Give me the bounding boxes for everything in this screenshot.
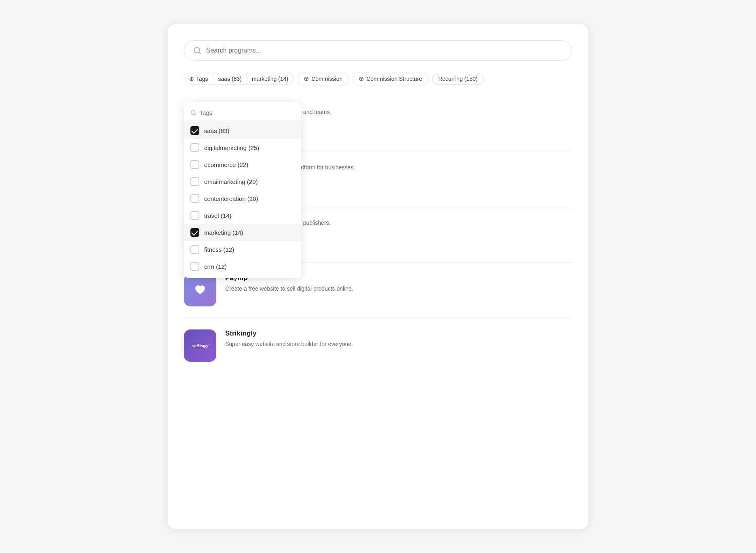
program-logo-payhip (184, 274, 216, 306)
page-container: ⊕ Tags saas (83) marketing (14) ⊕ Commis… (168, 24, 588, 529)
program-card-strikingly[interactable]: strikingly Strikingly Super easy website… (184, 318, 572, 373)
dropdown-label-crm: crm (12) (204, 263, 227, 270)
dropdown-search-input[interactable] (200, 109, 295, 116)
dropdown-label-emailmarketing: emailmarketing (20) (204, 178, 258, 185)
svg-line-3 (194, 114, 196, 115)
plus-icon: ⊕ (189, 76, 194, 82)
dropdown-item-saas[interactable]: saas (83) (184, 122, 301, 139)
dropdown-label-fitness: fitness (12) (204, 246, 234, 253)
commission-structure-plus-icon: ⊕ (359, 75, 364, 82)
commission-plus-icon: ⊕ (304, 75, 309, 82)
checkbox-digitalmarketing[interactable] (190, 143, 199, 152)
program-logo-strikingly: strikingly (184, 329, 216, 362)
dropdown-search-row (184, 105, 301, 120)
commission-structure-filter[interactable]: ⊕ Commission Structure (353, 72, 428, 85)
checkbox-saas[interactable] (190, 126, 199, 135)
commission-label: Commission (311, 76, 342, 82)
program-info-strikingly: Strikingly Super easy website and store … (225, 329, 572, 348)
dropdown-item-crm[interactable]: crm (12) (184, 258, 301, 275)
recurring-filter[interactable]: Recurring (150) (432, 73, 484, 85)
tag-marketing-label: marketing (14) (252, 76, 288, 82)
checkbox-travel[interactable] (190, 211, 199, 220)
tag-saas-label: saas (83) (218, 76, 242, 82)
payhip-heart-icon (193, 283, 207, 298)
recurring-label: Recurring (150) (438, 76, 477, 82)
strikingly-logo-text: strikingly (192, 344, 208, 348)
checkbox-emailmarketing[interactable] (190, 177, 199, 186)
program-name-strikingly: Strikingly (225, 329, 572, 338)
dropdown-label-saas: saas (83) (204, 127, 230, 134)
search-icon (193, 46, 201, 55)
checkbox-crm[interactable] (190, 262, 199, 271)
dropdown-label-digitalmarketing: digitalmarketing (25) (204, 144, 259, 151)
commission-filter[interactable]: ⊕ Commission (298, 72, 348, 85)
checkbox-contentcreation[interactable] (190, 194, 199, 203)
dropdown-item-emailmarketing[interactable]: emailmarketing (20) (184, 173, 301, 190)
checkbox-fitness[interactable] (190, 245, 199, 254)
svg-line-1 (199, 52, 201, 54)
dropdown-item-marketing[interactable]: marketing (14) (184, 224, 301, 241)
dropdown-label-marketing: marketing (14) (204, 229, 243, 236)
commission-structure-label: Commission Structure (366, 76, 422, 82)
tag-saas-chip[interactable]: saas (83) (213, 73, 247, 84)
tags-dropdown: saas (83) digitalmarketing (25) ecommerc… (184, 102, 301, 278)
program-desc-payhip: Create a free website to sell digital pr… (225, 285, 572, 293)
checkbox-marketing[interactable] (190, 228, 199, 237)
search-bar (184, 40, 572, 61)
dropdown-search-icon (190, 110, 196, 116)
dropdown-item-digitalmarketing[interactable]: digitalmarketing (25) (184, 139, 301, 156)
dropdown-item-ecommerce[interactable]: ecommerce (22) (184, 156, 301, 173)
program-desc-strikingly: Super easy website and store builder for… (225, 340, 572, 348)
tags-label: Tags (196, 76, 208, 82)
tag-marketing-chip[interactable]: marketing (14) (247, 73, 293, 84)
dropdown-label-contentcreation: contentcreation (20) (204, 195, 258, 202)
dropdown-label-travel: travel (14) (204, 212, 232, 219)
checkbox-ecommerce[interactable] (190, 160, 199, 169)
search-input[interactable] (206, 47, 563, 54)
filter-bar: ⊕ Tags saas (83) marketing (14) ⊕ Commis… (184, 72, 572, 85)
tags-add-button[interactable]: ⊕ Tags (184, 73, 213, 84)
dropdown-item-fitness[interactable]: fitness (12) (184, 241, 301, 258)
dropdown-item-travel[interactable]: travel (14) (184, 207, 301, 224)
tags-filter-group[interactable]: ⊕ Tags saas (83) marketing (14) (184, 73, 294, 85)
dropdown-label-ecommerce: ecommerce (22) (204, 161, 248, 168)
dropdown-item-contentcreation[interactable]: contentcreation (20) (184, 190, 301, 207)
